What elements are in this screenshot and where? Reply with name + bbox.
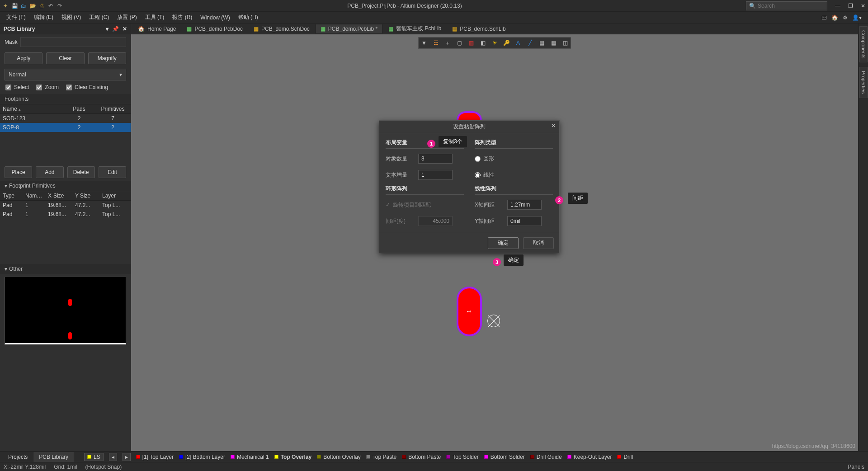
col-type[interactable]: Type xyxy=(0,193,23,199)
layer-item[interactable]: Bottom Overlay xyxy=(317,454,361,460)
layer-item[interactable]: Bottom Paste xyxy=(402,454,441,460)
table-row[interactable]: Pad 1 19.68... 47.2... Top L... xyxy=(0,201,131,210)
dialog-title-bar[interactable]: 设置粘贴阵列 ✕ xyxy=(379,121,559,133)
col-name[interactable]: Name xyxy=(0,106,63,112)
layer-item[interactable]: [1] Top Layer xyxy=(136,454,174,460)
mode-dropdown[interactable]: Normal xyxy=(5,69,126,80)
menu-file[interactable]: 文件 (F) xyxy=(3,12,29,23)
grid2-icon[interactable]: ▦ xyxy=(550,39,557,47)
layer-item[interactable]: Top Solder xyxy=(446,454,478,460)
y-spacing-input[interactable] xyxy=(507,216,542,226)
undo-icon[interactable]: ↶ xyxy=(47,2,54,9)
menu-report[interactable]: 报告 (R) xyxy=(169,12,196,23)
tool-icon[interactable]: ☶ xyxy=(432,39,439,47)
maximize-icon[interactable]: ❐ xyxy=(847,3,854,9)
search-input[interactable] xyxy=(758,3,824,9)
settings-icon[interactable]: ⚙ xyxy=(843,14,848,21)
layer-prev-icon[interactable]: ◂ xyxy=(109,453,117,461)
pad-shape[interactable]: 1 xyxy=(457,287,482,336)
grid3-icon[interactable]: ◫ xyxy=(561,39,569,47)
col-pads[interactable]: Pads xyxy=(63,106,95,112)
txt-inc-input[interactable] xyxy=(418,170,453,180)
save-icon[interactable]: 💾 xyxy=(11,2,18,9)
col-name2[interactable]: Name xyxy=(23,193,45,199)
table-row[interactable]: SOD-123 2 7 xyxy=(0,114,131,123)
text-icon[interactable]: A xyxy=(514,39,522,47)
bottom-tab-pcblib[interactable]: PCB Library xyxy=(33,452,74,462)
cancel-button[interactable]: 取消 xyxy=(523,237,554,249)
eraser-icon[interactable]: ◧ xyxy=(479,39,486,47)
edit-button[interactable]: Edit xyxy=(99,166,126,178)
redo-icon[interactable]: ↷ xyxy=(56,2,63,9)
layer-next-icon[interactable]: ▸ xyxy=(123,453,131,461)
print-icon[interactable]: 🖨 xyxy=(38,2,45,9)
sun-icon[interactable]: ☀ xyxy=(491,39,498,47)
properties-tab[interactable]: Properties xyxy=(859,67,868,98)
tab-schlib[interactable]: ▦PCB_demo.SchLib xyxy=(447,24,510,34)
components-tab[interactable]: Components xyxy=(859,26,868,62)
tab-pcbdoc[interactable]: ▦PCB_demo.PcbDoc xyxy=(182,24,248,34)
apply-button[interactable]: Apply xyxy=(5,52,42,64)
home-icon[interactable]: 🏠 xyxy=(831,14,838,21)
key-icon[interactable]: 🔑 xyxy=(503,39,510,47)
save-all-icon[interactable]: 🗂 xyxy=(20,2,27,9)
share-icon[interactable]: ⮹ xyxy=(821,14,827,21)
table-row[interactable]: Pad 1 19.68... 47.2... Top L... xyxy=(0,210,131,219)
ok-button[interactable]: 确定 xyxy=(488,237,519,249)
menu-place[interactable]: 放置 (P) xyxy=(113,12,140,23)
other-header[interactable]: Other xyxy=(0,264,131,274)
user-icon[interactable]: 👤▾ xyxy=(852,14,862,21)
panels-button[interactable]: Panels xyxy=(848,464,864,470)
primitives-header[interactable]: Footprint Primitives xyxy=(0,181,131,191)
radio-linear[interactable]: 线性 xyxy=(475,171,494,179)
layer-item[interactable]: Top Overlay xyxy=(274,454,311,460)
minimize-icon[interactable]: — xyxy=(835,3,841,9)
tab-home[interactable]: 🏠Home Page xyxy=(133,24,181,34)
open-icon[interactable]: 📂 xyxy=(29,2,36,9)
place-button[interactable]: Place xyxy=(5,166,32,178)
grid1-icon[interactable]: ▤ xyxy=(538,39,545,47)
add-button[interactable]: Add xyxy=(36,166,63,178)
menu-window[interactable]: Window (W) xyxy=(197,13,233,22)
plus-icon[interactable]: ＋ xyxy=(444,39,451,47)
x-spacing-input[interactable] xyxy=(507,200,542,210)
col-prims[interactable]: Primitives xyxy=(95,106,131,112)
select-checkbox[interactable]: Select xyxy=(5,84,29,90)
panel-close-icon[interactable]: ✕ xyxy=(123,26,127,32)
menu-edit[interactable]: 编辑 (E) xyxy=(30,12,57,23)
canvas[interactable]: ▼ ☶ ＋ ▢ ▥ ◧ ☀ 🔑 A ╱ ▤ ▦ ◫ 1 设置粘贴阵列 xyxy=(131,34,858,451)
col-layer[interactable]: Layer xyxy=(99,193,131,199)
col-ysize[interactable]: Y-Size xyxy=(72,193,99,199)
obj-count-input[interactable] xyxy=(418,154,453,164)
menu-tools[interactable]: 工具 (T) xyxy=(142,12,168,23)
dialog-close-icon[interactable]: ✕ xyxy=(551,122,556,129)
line-icon[interactable]: ╱ xyxy=(526,39,533,47)
tab-pcblib[interactable]: ▦PCB_demo.PcbLib * xyxy=(316,24,382,34)
layer-item[interactable]: Drill xyxy=(617,454,633,460)
menu-project[interactable]: 工程 (C) xyxy=(85,12,113,23)
layer-item[interactable]: Top Paste xyxy=(366,454,396,460)
layer-set-button[interactable]: LS xyxy=(84,453,104,461)
menu-view[interactable]: 视图 (V) xyxy=(58,12,85,23)
layer-item[interactable]: [2] Bottom Layer xyxy=(179,454,225,460)
tab-smartcar[interactable]: ▦智能车主板.PcbLib xyxy=(383,24,446,34)
bottom-tab-projects[interactable]: Projects xyxy=(3,452,33,462)
chart-icon[interactable]: ▥ xyxy=(467,39,475,47)
clear-button[interactable]: Clear xyxy=(46,52,84,64)
table-row[interactable]: SOP-8 2 2 xyxy=(0,123,131,132)
search-box[interactable]: 🔍 xyxy=(746,1,827,10)
layer-item[interactable]: Bottom Solder xyxy=(484,454,525,460)
magnify-button[interactable]: Magnify xyxy=(88,52,126,64)
mask-dropdown[interactable] xyxy=(20,37,126,47)
layer-item[interactable]: Keep-Out Layer xyxy=(567,454,612,460)
delete-button[interactable]: Delete xyxy=(67,166,95,178)
col-xsize[interactable]: X-Size xyxy=(45,193,72,199)
layer-item[interactable]: Drill Guide xyxy=(530,454,562,460)
radio-circular[interactable]: 圆形 xyxy=(475,155,494,163)
panel-menu-icon[interactable]: ▾ xyxy=(106,26,108,32)
close-icon[interactable]: ✕ xyxy=(860,3,866,9)
clear-existing-checkbox[interactable]: Clear Existing xyxy=(66,84,108,90)
tab-schdoc[interactable]: ▦PCB_demo.SchDoc xyxy=(249,24,315,34)
rect-icon[interactable]: ▢ xyxy=(456,39,463,47)
zoom-checkbox[interactable]: Zoom xyxy=(36,84,59,90)
